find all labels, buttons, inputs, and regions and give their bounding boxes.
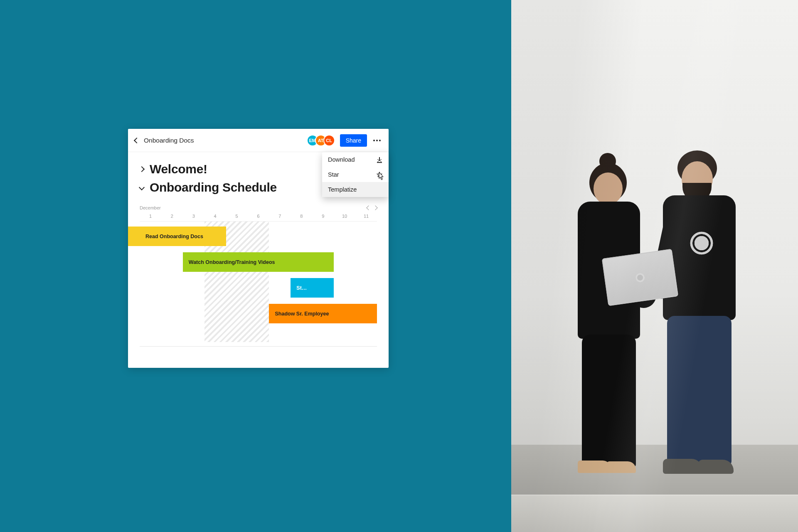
timeline-day: 4 — [204, 214, 226, 219]
timeline-task-bar[interactable]: Shadow Sr. Employee — [269, 304, 377, 323]
timeline-task-bar[interactable]: St… — [291, 278, 334, 298]
collaborator-avatars[interactable]: EMATCL — [307, 135, 335, 146]
section-title: Welcome! — [150, 162, 207, 176]
timeline-day: 8 — [291, 214, 312, 219]
breadcrumb[interactable]: Onboarding Docs — [144, 137, 194, 144]
chevron-left-icon — [134, 137, 140, 143]
marketing-photo — [511, 0, 798, 532]
back-button[interactable]: Onboarding Docs — [135, 137, 194, 144]
menu-item-label: Star — [328, 171, 339, 178]
timeline-month-label: December — [140, 205, 161, 210]
timeline-day: 10 — [334, 214, 355, 219]
more-menu-button[interactable] — [372, 135, 382, 145]
person-illustration — [569, 170, 653, 470]
timeline-day: 11 — [355, 214, 377, 219]
timeline-prev-button[interactable] — [366, 205, 371, 210]
timeline-day-header: 1234567891011 — [140, 214, 377, 222]
person-illustration — [653, 154, 744, 470]
cursor-icon — [379, 172, 384, 180]
avatar[interactable]: CL — [323, 135, 335, 146]
section-title: Onboarding Schedule — [150, 180, 277, 195]
timeline-day: 9 — [312, 214, 334, 219]
blank-icon — [376, 186, 383, 193]
share-button[interactable]: Share — [340, 134, 367, 147]
menu-item-label: Download — [328, 156, 355, 163]
timeline-day: 7 — [269, 214, 291, 219]
laptop-illustration — [602, 249, 678, 306]
chevron-down-icon — [139, 185, 145, 190]
timeline-next-button[interactable] — [373, 205, 377, 210]
menu-item-label: Templatize — [328, 186, 357, 193]
download-icon — [376, 156, 383, 163]
chevron-right-icon — [139, 166, 145, 172]
document-app-window: Onboarding Docs EMATCL Share DownloadSta… — [128, 129, 389, 368]
timeline-day: 3 — [183, 214, 204, 219]
timeline-task-bar[interactable]: Read Onboarding Docs — [128, 227, 226, 246]
divider — [140, 346, 377, 347]
timeline-gantt[interactable]: Read Onboarding DocsWatch Onboarding/Tra… — [140, 222, 377, 342]
menu-item-download[interactable]: Download — [322, 152, 389, 167]
timeline-day: 1 — [140, 214, 161, 219]
timeline-task-bar[interactable]: Watch Onboarding/Training Videos — [183, 252, 334, 272]
timeline-day: 2 — [161, 214, 183, 219]
app-header: Onboarding Docs EMATCL Share — [128, 129, 389, 152]
timeline-day: 6 — [248, 214, 269, 219]
menu-item-templatize[interactable]: Templatize — [322, 182, 389, 197]
timeline-day: 5 — [226, 214, 248, 219]
